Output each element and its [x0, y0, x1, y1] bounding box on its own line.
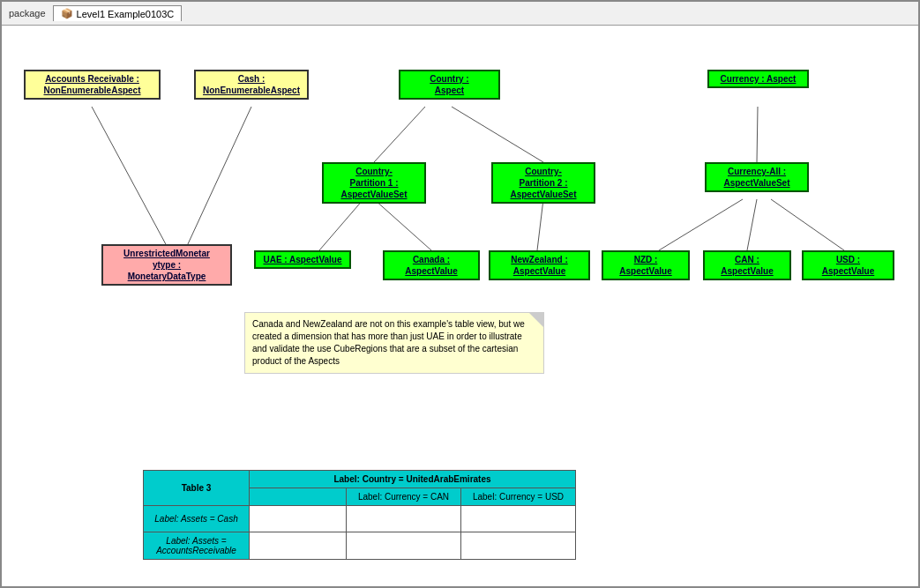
node-canada-label: Canada :AspectValue [385, 252, 478, 279]
node-uae: UAE : AspectValue [254, 250, 351, 269]
table-cell-r2c2 [347, 532, 461, 560]
table-cell-r2c3 [461, 532, 576, 560]
table-country-header: Label: Country = UnitedArabEmirates [250, 471, 576, 488]
table-container: Table 3 Label: Country = UnitedArabEmira… [143, 470, 576, 560]
node-canada: Canada :AspectValue [383, 250, 480, 280]
svg-line-3 [452, 107, 543, 162]
node-can: CAN :AspectValue [703, 250, 791, 280]
table-col-empty [250, 488, 347, 506]
node-cash-label: Cash :NonEnumerableAspect [196, 71, 307, 98]
table-cell-r1c2 [347, 506, 461, 532]
table-title: Table 3 [144, 471, 250, 506]
table-cell-r1c1 [250, 506, 347, 532]
package-prefix: package [9, 8, 46, 19]
note-text: Canada and NewZealand are not on this ex… [252, 319, 525, 366]
table-cell-r2c1 [250, 532, 347, 560]
svg-line-10 [771, 199, 844, 250]
diagram-area: Accounts Receivable :NonEnumerableAspect… [2, 26, 918, 586]
node-unrestricted: UnrestrictedMonetarytype :MonetaryDataTy… [101, 244, 232, 286]
tab-label: Level1 Example0103C [77, 9, 175, 19]
table-row2-header: Label: Assets =AccountsReceivable [144, 532, 250, 560]
svg-line-0 [92, 107, 167, 246]
svg-line-2 [374, 107, 425, 162]
table-col-can: Label: Currency = CAN [347, 488, 461, 506]
node-nzd: NZD :AspectValue [602, 250, 690, 280]
table-row1-header: Label: Assets = Cash [144, 506, 250, 532]
node-can-label: CAN :AspectValue [705, 252, 789, 279]
main-window: package 📦 Level1 Example0103C [0, 0, 920, 588]
node-country-partition2-label: Country-Partition 2 :AspectValueSet [493, 164, 594, 202]
node-usd-label: USD :AspectValue [804, 252, 893, 279]
node-country-partition1: Country-Partition 1 :AspectValueSet [322, 162, 426, 204]
node-cash: Cash :NonEnumerableAspect [194, 70, 309, 100]
svg-line-5 [319, 199, 363, 250]
node-currency-all-label: Currency-All :AspectValueSet [707, 164, 807, 190]
node-usd: USD :AspectValue [802, 250, 894, 280]
node-unrestricted-label: UnrestrictedMonetarytype :MonetaryDataTy… [103, 246, 230, 284]
svg-line-4 [757, 107, 758, 162]
svg-line-1 [187, 107, 251, 246]
node-country-label: Country :Aspect [400, 71, 498, 98]
node-currency-all: Currency-All :AspectValueSet [705, 162, 809, 192]
node-country: Country :Aspect [399, 70, 500, 100]
svg-line-8 [659, 199, 743, 250]
node-country-partition1-label: Country-Partition 1 :AspectValueSet [324, 164, 424, 202]
svg-line-6 [374, 199, 431, 250]
node-currency-label: Currency : Aspect [709, 71, 807, 86]
node-accounts-receivable: Accounts Receivable :NonEnumerableAspect [24, 70, 161, 100]
table-cell-r1c3 [461, 506, 576, 532]
svg-line-9 [747, 199, 757, 250]
node-accounts-receivable-label: Accounts Receivable :NonEnumerableAspect [26, 71, 159, 98]
node-newzealand: NewZealand :AspectValue [489, 250, 590, 280]
title-bar: package 📦 Level1 Example0103C [2, 2, 918, 26]
node-uae-label: UAE : AspectValue [256, 252, 349, 267]
data-table: Table 3 Label: Country = UnitedArabEmira… [143, 470, 576, 560]
svg-line-7 [537, 199, 543, 250]
node-nzd-label: NZD :AspectValue [603, 252, 688, 279]
tab-icon: 📦 [61, 8, 73, 19]
tab[interactable]: 📦 Level1 Example0103C [53, 5, 183, 21]
node-currency: Currency : Aspect [707, 70, 809, 88]
node-newzealand-label: NewZealand :AspectValue [490, 252, 588, 279]
node-country-partition2: Country-Partition 2 :AspectValueSet [491, 162, 595, 204]
note-box: Canada and NewZealand are not on this ex… [244, 312, 544, 374]
table-col-usd: Label: Currency = USD [461, 488, 576, 506]
